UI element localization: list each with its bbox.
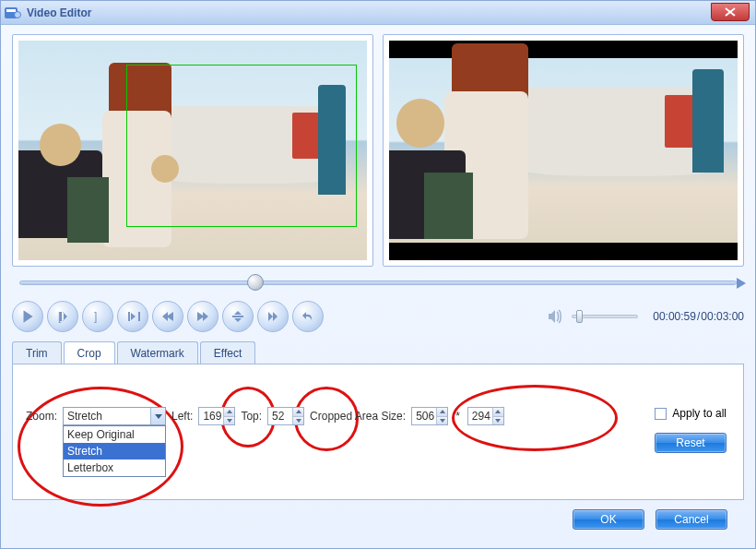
spin-down-icon[interactable] [492,417,503,425]
title-bar: Video Editor [1,1,755,25]
left-input[interactable]: 169 [198,407,235,425]
mark-in-button[interactable]: [ [47,301,78,332]
area-sep: * [455,410,460,423]
svg-text:]: ] [94,310,97,323]
top-value: 52 [272,410,284,423]
spin-up-icon[interactable] [223,408,234,417]
timeline-track[interactable] [19,280,737,285]
reset-button[interactable]: Reset [655,433,726,453]
apply-to-all-label: Apply to all [672,407,726,420]
window-title: Video Editor [27,6,91,19]
area-height-input[interactable]: 294 [467,407,504,425]
next-keyframe-button[interactable] [187,301,219,332]
volume-icon [546,307,564,326]
time-total: 00:03:00 [701,310,744,323]
crop-panel: Zoom: Stretch Keep Original Stretch Lett… [12,364,744,500]
crop-panel-right: Apply to all Reset [655,407,726,453]
tab-effect[interactable]: Effect [200,341,255,364]
area-label: Cropped Area Size: [310,410,406,423]
area-width-input[interactable]: 506 [411,407,448,425]
timeline-end-marker [737,278,746,289]
output-preview-pane [383,34,744,267]
crop-form-row: Zoom: Stretch Keep Original Stretch Lett… [26,407,730,425]
top-input[interactable]: 52 [267,407,304,425]
spin-down-icon[interactable] [292,417,303,425]
dialog-footer: OK Cancel [12,500,744,541]
spin-up-icon[interactable] [436,408,447,417]
zoom-option-letterbox[interactable]: Letterbox [64,459,165,476]
source-preview-pane [12,34,373,267]
spin-up-icon[interactable] [292,408,303,417]
zoom-option-stretch[interactable]: Stretch [64,443,165,459]
area-height-value: 294 [472,410,490,423]
cancel-button[interactable]: Cancel [656,509,727,530]
time-current: 00:00:59 [653,310,696,323]
left-value: 169 [203,410,221,423]
svg-point-2 [15,11,21,18]
video-editor-window: Video Editor [0,0,756,549]
prev-keyframe-button[interactable] [152,301,183,332]
volume-thumb[interactable] [576,310,583,323]
timeline-thumb[interactable] [247,274,264,291]
step-forward-button[interactable] [257,301,289,332]
zoom-option-keep-original[interactable]: Keep Original [64,426,165,443]
step-back-button[interactable] [222,301,254,332]
zoom-dropdown: Keep Original Stretch Letterbox [63,425,166,477]
zoom-select[interactable]: Stretch Keep Original Stretch Letterbox [63,407,166,425]
crop-rectangle[interactable] [126,65,356,227]
spin-down-icon[interactable] [223,417,234,425]
tab-bar: Trim Crop Watermark Effect [12,340,744,364]
timecode: 00:00:59/00:03:00 [653,310,744,324]
apply-to-all-checkbox[interactable]: Apply to all [655,407,726,420]
tab-crop[interactable]: Crop [64,341,115,364]
play-button[interactable] [12,301,43,332]
play-selection-button[interactable] [117,301,148,332]
window-body: [ ] 00:00:59/00:03:00 Trim Crop Watermar… [1,25,755,548]
output-preview [389,41,738,260]
preview-row [12,34,744,267]
undo-button[interactable] [292,301,324,332]
volume-slider[interactable] [572,315,638,318]
area-width-value: 506 [416,410,434,423]
tab-trim[interactable]: Trim [12,341,62,364]
top-label: Top: [241,410,262,423]
tab-watermark[interactable]: Watermark [117,341,198,364]
close-button[interactable] [711,3,750,21]
checkbox-box[interactable] [655,408,667,420]
zoom-value: Stretch [67,410,102,423]
spin-up-icon[interactable] [492,408,503,417]
source-preview[interactable] [18,41,367,260]
left-label: Left: [171,410,193,423]
spin-down-icon[interactable] [436,417,447,425]
dropdown-arrow-icon[interactable] [150,408,165,424]
timeline[interactable] [14,274,742,292]
mark-out-button[interactable]: ] [82,301,113,332]
app-icon [5,6,21,20]
ok-button[interactable]: OK [573,509,644,530]
transport-controls: [ ] 00:00:59/00:03:00 [12,300,744,333]
zoom-label: Zoom: [26,410,57,423]
svg-rect-1 [6,9,16,12]
